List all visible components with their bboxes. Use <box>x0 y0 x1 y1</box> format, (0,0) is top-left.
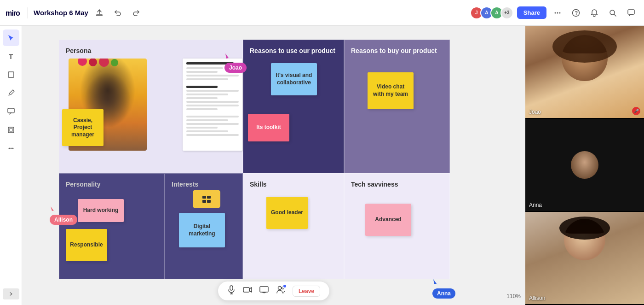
svg-rect-8 <box>628 10 634 14</box>
participants-button[interactable] <box>276 286 285 296</box>
reasons-use-title: Reasons to use our product <box>250 47 335 54</box>
tech-title: Tech savviness <box>351 181 398 188</box>
tool-text[interactable]: T <box>3 48 19 65</box>
personality-title: Personality <box>66 181 100 188</box>
svg-point-23 <box>278 287 281 290</box>
microphone-button[interactable] <box>227 285 236 297</box>
help-button[interactable]: ? <box>569 6 583 20</box>
video-bg-allison <box>525 212 644 304</box>
svg-rect-12 <box>10 129 12 131</box>
tool-comment[interactable] <box>3 103 19 120</box>
miro-logo: miro <box>6 7 22 18</box>
video-tile-allison: Allison <box>525 212 644 305</box>
svg-line-7 <box>614 14 616 16</box>
tool-more[interactable] <box>3 140 19 157</box>
section-personality: Personality Hard working Responsible <box>59 173 165 279</box>
undo-button[interactable] <box>110 6 125 20</box>
skills-title: Skills <box>250 181 267 188</box>
board-grid: Persona <box>59 40 496 279</box>
left-sidebar: T <box>0 26 22 305</box>
reasons-buy-title: Reasons to buy our product <box>351 47 437 54</box>
sticky-advanced: Advanced <box>365 204 411 236</box>
sticky-good-leader: Good leader <box>266 197 308 229</box>
board-options-button[interactable] <box>550 6 565 20</box>
interests-title: Interests <box>172 181 198 188</box>
sticky-its-visual: It's visual and collaborative <box>271 63 317 95</box>
sticky-responsible: Responsible <box>66 229 107 261</box>
svg-rect-16 <box>230 286 233 290</box>
tool-frame[interactable] <box>3 122 19 138</box>
toolbar-right: J A A +3 Share ? <box>470 6 638 20</box>
board-content: Persona <box>59 40 496 279</box>
leave-button[interactable]: Leave <box>293 286 320 297</box>
svg-point-3 <box>559 12 561 13</box>
tool-sticky[interactable] <box>3 66 19 83</box>
video-mute-joao: 🎤 <box>632 107 640 115</box>
canvas[interactable]: Persona <box>22 26 525 305</box>
svg-rect-9 <box>8 72 14 77</box>
right-panel: Joao 🎤 Anna Allison <box>525 26 644 305</box>
sticky-its-toolkit: Its toolkit <box>248 114 289 141</box>
toolbar-divider <box>28 7 28 18</box>
video-bg-anna <box>525 119 644 211</box>
cursor-anna: Anna <box>432 278 455 299</box>
zoom-indicator: 110% <box>506 293 521 299</box>
video-tile-joao: Joao 🎤 <box>525 26 644 119</box>
tool-select[interactable] <box>3 29 19 46</box>
svg-text:?: ? <box>575 10 578 16</box>
svg-point-13 <box>8 148 10 149</box>
share-button[interactable]: Share <box>517 6 546 19</box>
participants-badge <box>282 284 287 288</box>
avatar-count: +3 <box>500 6 513 19</box>
screen-share-button[interactable] <box>259 286 269 296</box>
interests-widget <box>193 190 220 208</box>
svg-rect-11 <box>8 127 14 133</box>
persona-title: Persona <box>66 47 91 54</box>
video-avatar-anna <box>571 151 598 179</box>
video-name-anna: Anna <box>529 202 542 208</box>
section-interests: Interests Digital marketing <box>165 173 243 279</box>
video-tile-anna: Anna <box>525 119 644 212</box>
section-reasons-use: Reasons to use our product It's visual a… <box>243 40 344 173</box>
toolbar: miro Workshop 6 May J A A +3 Share ? <box>0 0 644 26</box>
svg-rect-10 <box>8 108 14 113</box>
video-bg-joao <box>525 26 644 118</box>
tool-pen[interactable] <box>3 85 19 101</box>
svg-point-15 <box>12 148 13 149</box>
persona-doc <box>183 59 242 151</box>
section-tech: Tech savviness Advanced <box>344 173 450 279</box>
svg-point-1 <box>555 12 556 13</box>
sticky-cassie: Cassie, Project manager <box>62 109 104 146</box>
board-title: Workshop 6 May <box>34 9 88 17</box>
notifications-button[interactable] <box>587 6 602 20</box>
section-persona: Persona <box>59 40 243 173</box>
export-button[interactable] <box>92 6 107 20</box>
svg-rect-20 <box>260 287 268 292</box>
section-skills: Skills Good leader <box>243 173 344 279</box>
svg-text:miro: miro <box>6 9 20 17</box>
svg-point-2 <box>557 12 558 13</box>
main-area: T Persona <box>0 26 644 305</box>
sticky-digital-marketing: Digital marketing <box>179 213 225 247</box>
redo-button[interactable] <box>129 6 144 20</box>
svg-rect-19 <box>243 287 249 292</box>
cursor-anna-label: Anna <box>432 288 455 299</box>
section-reasons-buy: Reasons to buy our product Video chat wi… <box>344 40 450 173</box>
bottom-bar: Leave <box>218 282 329 300</box>
avatar-stack: J A A +3 <box>470 6 513 19</box>
svg-point-14 <box>10 148 12 149</box>
search-button[interactable] <box>605 6 620 20</box>
sticky-hard-working: Hard working <box>78 199 124 222</box>
comments-button[interactable] <box>624 6 638 20</box>
sidebar-collapse-button[interactable] <box>3 288 19 299</box>
video-name-allison: Allison <box>529 295 545 301</box>
video-name-joao: Joao <box>529 109 541 115</box>
video-avatar-inner-anna <box>571 151 598 179</box>
camera-button[interactable] <box>243 286 252 296</box>
sticky-video-chat: Video chat with my team <box>368 72 414 109</box>
